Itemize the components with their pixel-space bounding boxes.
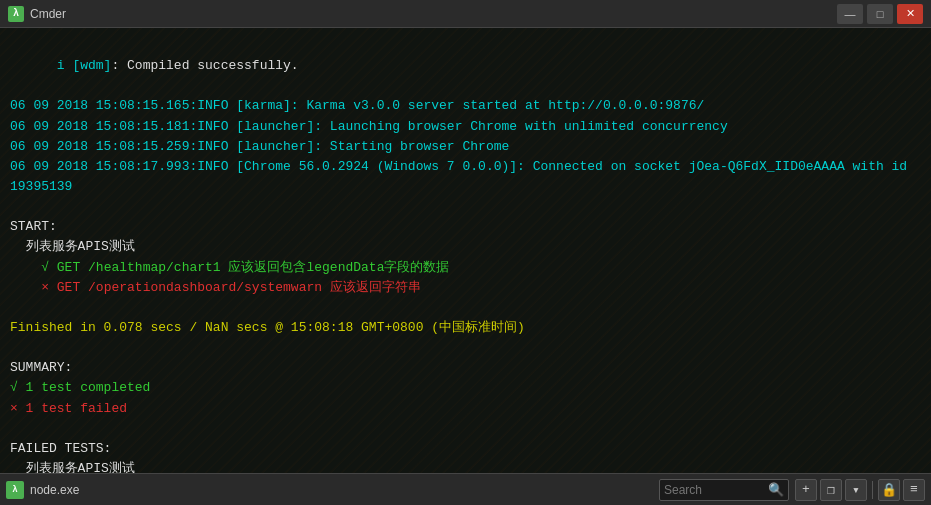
line-failed-label: FAILED TESTS: — [10, 439, 921, 459]
line-summary: SUMMARY: — [10, 358, 921, 378]
title-bar: λ Cmder — □ ✕ — [0, 0, 931, 28]
maximize-button[interactable]: □ — [867, 4, 893, 24]
add-tab-button[interactable]: + — [795, 479, 817, 501]
search-input[interactable] — [664, 483, 764, 497]
process-name: node.exe — [30, 483, 110, 497]
lock-button[interactable]: 🔒 — [878, 479, 900, 501]
line-blank4 — [10, 419, 921, 439]
line-failed-suite: 列表服务APIS测试 — [10, 459, 921, 473]
status-app-icon: λ — [6, 481, 24, 499]
line-summary-pass: √ 1 test completed — [10, 378, 921, 398]
line-blank3 — [10, 338, 921, 358]
status-actions: + ❐ ▾ 🔒 ≡ — [795, 479, 925, 501]
line-start: START: — [10, 217, 921, 237]
line-blank2 — [10, 298, 921, 318]
app-icon: λ — [8, 6, 24, 22]
line-finished: Finished in 0.078 secs / NaN secs @ 15:0… — [10, 318, 921, 338]
line-karma: 06 09 2018 15:08:15.165:INFO [karma]: Ka… — [10, 96, 921, 116]
terminal-content: i [wdm]: Compiled successfully. 06 09 20… — [10, 36, 921, 473]
settings-button[interactable]: ≡ — [903, 479, 925, 501]
separator1 — [872, 481, 873, 499]
minimize-button[interactable]: — — [837, 4, 863, 24]
line-suite: 列表服务APIS测试 — [10, 237, 921, 257]
search-icon: 🔍 — [768, 482, 784, 498]
line-chrome-connect: 06 09 2018 15:08:17.993:INFO [Chrome 56.… — [10, 157, 921, 197]
line-wdm: i [wdm]: Compiled successfully. — [10, 36, 921, 96]
search-box[interactable]: 🔍 — [659, 479, 789, 501]
line-test-pass: √ GET /healthmap/chart1 应该返回包含legendData… — [10, 258, 921, 278]
line-summary-fail: × 1 test failed — [10, 399, 921, 419]
restore-button[interactable]: ❐ — [820, 479, 842, 501]
dropdown-button[interactable]: ▾ — [845, 479, 867, 501]
line-launcher1: 06 09 2018 15:08:15.181:INFO [launcher]:… — [10, 117, 921, 137]
terminal-output: i [wdm]: Compiled successfully. 06 09 20… — [0, 28, 931, 473]
window-title: Cmder — [30, 7, 66, 21]
title-bar-left: λ Cmder — [8, 6, 66, 22]
window-controls: — □ ✕ — [837, 4, 923, 24]
line-launcher2: 06 09 2018 15:08:15.259:INFO [launcher]:… — [10, 137, 921, 157]
status-bar: λ node.exe 🔍 + ❐ ▾ 🔒 ≡ — [0, 473, 931, 505]
line-blank1 — [10, 197, 921, 217]
line-test-fail: × GET /operationdashboard/systemwarn 应该返… — [10, 278, 921, 298]
close-button[interactable]: ✕ — [897, 4, 923, 24]
